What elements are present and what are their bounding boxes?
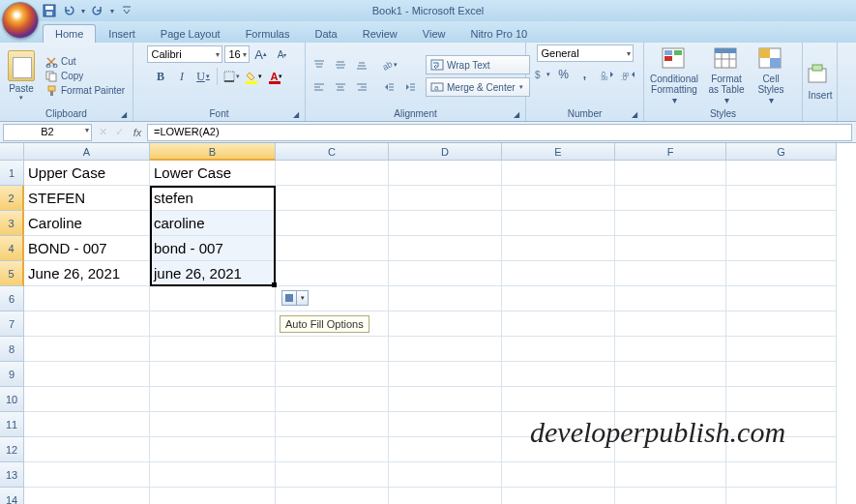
- tab-data[interactable]: Data: [302, 24, 349, 43]
- name-box[interactable]: B2: [3, 124, 92, 141]
- row-header-10[interactable]: 10: [0, 387, 24, 412]
- align-middle-button[interactable]: [331, 55, 350, 74]
- qat-customize-icon[interactable]: [120, 4, 133, 17]
- svg-rect-58: [812, 65, 822, 71]
- svg-rect-50: [715, 48, 736, 53]
- number-dialog-icon[interactable]: ◢: [632, 110, 637, 119]
- cell-styles-icon: [757, 46, 784, 72]
- cell-b2[interactable]: stefen: [150, 186, 276, 211]
- tab-insert[interactable]: Insert: [96, 24, 148, 43]
- undo-icon[interactable]: [62, 4, 75, 17]
- autofill-options-dropdown[interactable]: ▾: [297, 290, 309, 306]
- wrap-text-button[interactable]: Wrap Text: [426, 55, 530, 74]
- row-header-13[interactable]: 13: [0, 462, 24, 488]
- row-header-4[interactable]: 4: [0, 236, 24, 261]
- align-right-button[interactable]: [352, 77, 371, 97]
- column-header-e[interactable]: E: [502, 143, 615, 161]
- tab-review[interactable]: Review: [350, 24, 410, 43]
- underline-button[interactable]: U: [193, 67, 213, 86]
- row-header-5[interactable]: 5: [0, 261, 24, 286]
- orientation-button[interactable]: ab: [379, 55, 398, 74]
- font-group-label: Font◢: [137, 107, 301, 121]
- tab-nitro[interactable]: Nitro Pro 10: [458, 24, 540, 43]
- align-left-button[interactable]: [310, 77, 329, 97]
- cell-a2[interactable]: STEFEN: [24, 186, 150, 211]
- cell-a3[interactable]: Caroline: [24, 211, 150, 236]
- cell-a1[interactable]: Upper Case: [24, 161, 150, 186]
- row-header-7[interactable]: 7: [0, 311, 24, 337]
- paste-label: Paste: [9, 83, 34, 94]
- font-size-combo[interactable]: 16: [224, 45, 250, 63]
- cell-a5[interactable]: June 26, 2021: [24, 261, 150, 286]
- cell-b5[interactable]: june 26, 2021: [150, 261, 276, 286]
- worksheet-grid[interactable]: A B C D E F G 1Upper CaseLower Case 2STE…: [0, 143, 856, 504]
- autofill-options-button[interactable]: [281, 290, 297, 306]
- font-dialog-icon[interactable]: ◢: [293, 110, 299, 119]
- tab-view[interactable]: View: [410, 24, 458, 43]
- select-all-corner[interactable]: [0, 143, 24, 161]
- border-button[interactable]: [221, 67, 241, 86]
- column-header-a[interactable]: A: [24, 143, 150, 161]
- column-header-d[interactable]: D: [389, 143, 502, 161]
- percent-button[interactable]: %: [554, 65, 574, 84]
- tab-page-layout[interactable]: Page Layout: [148, 24, 233, 43]
- paste-button[interactable]: Paste ▾: [4, 50, 39, 102]
- italic-button[interactable]: I: [172, 67, 192, 86]
- merge-center-button[interactable]: aMerge & Center: [426, 77, 530, 97]
- accounting-format-button[interactable]: $: [533, 65, 552, 84]
- shrink-font-button[interactable]: A▾: [273, 44, 292, 64]
- cell-c1[interactable]: [276, 161, 389, 186]
- tab-home[interactable]: Home: [43, 24, 96, 43]
- decrease-indent-button[interactable]: [379, 77, 398, 97]
- column-header-b[interactable]: B: [150, 143, 276, 161]
- alignment-dialog-icon[interactable]: ◢: [514, 110, 519, 119]
- increase-indent-button[interactable]: [400, 77, 420, 97]
- row-header-9[interactable]: 9: [0, 362, 24, 387]
- row-header-1[interactable]: 1: [0, 161, 24, 186]
- number-format-combo[interactable]: General: [537, 44, 634, 62]
- column-header-c[interactable]: C: [276, 143, 389, 161]
- cancel-icon: ✕: [95, 126, 111, 138]
- cell-b3[interactable]: caroline: [150, 211, 276, 236]
- row-header-14[interactable]: 14: [0, 488, 24, 504]
- align-center-button[interactable]: [331, 77, 350, 97]
- align-bottom-button[interactable]: [352, 55, 371, 74]
- decrease-decimal-button[interactable]: .00.0: [618, 65, 637, 84]
- align-top-button[interactable]: [310, 55, 329, 74]
- bold-button[interactable]: B: [151, 67, 170, 86]
- increase-decimal-button[interactable]: .0.00: [597, 65, 616, 84]
- row-header-2[interactable]: 2: [0, 186, 24, 211]
- column-header-g[interactable]: G: [726, 143, 837, 161]
- redo-icon[interactable]: [91, 4, 104, 17]
- fx-icon[interactable]: fx: [128, 127, 147, 138]
- office-button[interactable]: [2, 2, 39, 39]
- cut-button[interactable]: Cut: [43, 55, 128, 69]
- conditional-formatting-icon: [661, 46, 688, 72]
- row-header-6[interactable]: 6: [0, 286, 24, 311]
- copy-button[interactable]: Copy: [43, 70, 128, 83]
- cell-b1[interactable]: Lower Case: [150, 161, 276, 186]
- cell-a4[interactable]: BOND - 007: [24, 236, 150, 261]
- grow-font-button[interactable]: A▴: [251, 44, 271, 64]
- fill-color-button[interactable]: [243, 67, 264, 86]
- cell-b4[interactable]: bond - 007: [150, 236, 276, 261]
- font-color-button[interactable]: A: [266, 67, 287, 86]
- comma-button[interactable]: ,: [576, 65, 595, 84]
- row-header-11[interactable]: 11: [0, 412, 24, 437]
- tab-formulas[interactable]: Formulas: [233, 24, 303, 43]
- insert-cells-button[interactable]: Insert: [807, 63, 834, 101]
- format-painter-button[interactable]: Format Painter: [43, 84, 128, 98]
- formula-input[interactable]: =LOWER(A2): [147, 124, 852, 141]
- format-as-table-button[interactable]: Format as Table ▾: [706, 46, 747, 105]
- row-header-8[interactable]: 8: [0, 337, 24, 362]
- font-name-combo[interactable]: Calibri: [147, 45, 222, 63]
- clipboard-dialog-icon[interactable]: ◢: [121, 110, 127, 119]
- row-header-3[interactable]: 3: [0, 211, 24, 236]
- redo-dropdown-icon[interactable]: ▾: [110, 7, 114, 15]
- conditional-formatting-button[interactable]: Conditional Formatting ▾: [648, 46, 700, 105]
- column-header-f[interactable]: F: [615, 143, 726, 161]
- save-icon[interactable]: [43, 4, 56, 17]
- cell-styles-button[interactable]: Cell Styles ▾: [753, 46, 789, 105]
- row-header-12[interactable]: 12: [0, 437, 24, 462]
- undo-dropdown-icon[interactable]: ▾: [81, 7, 85, 15]
